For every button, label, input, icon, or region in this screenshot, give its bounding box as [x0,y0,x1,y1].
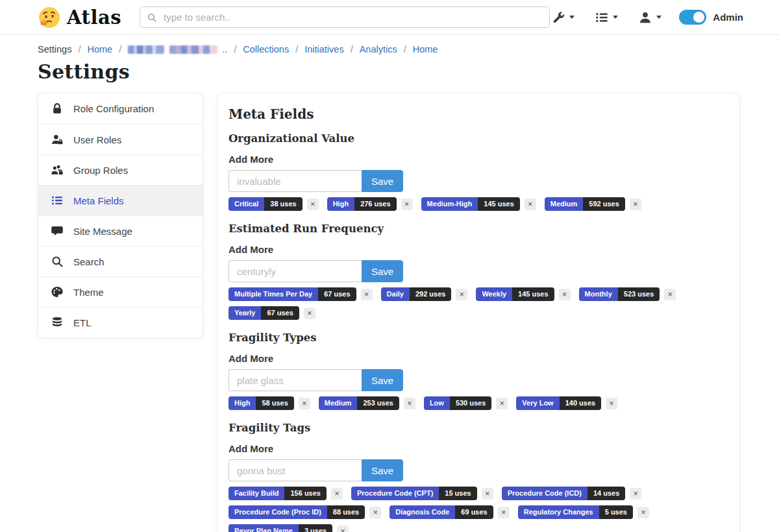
sidebar-item-search[interactable]: Search [38,246,203,276]
search-icon [51,255,64,268]
add-tag-input-organizational-value[interactable] [229,170,362,192]
brand[interactable]: Atlas [38,6,121,29]
tag-uses-count: 292 uses [410,287,451,301]
add-tag-input-group: Save [229,260,729,282]
breadcrumb-item-analytics[interactable]: Analytics [360,44,397,54]
caret-down-icon [569,16,575,19]
palette-icon [51,285,64,298]
sidebar-item-role-configuration[interactable]: Role Configuration [38,93,203,124]
tag-uses-count: 592 uses [583,197,624,211]
tag-pill: Procedure Code (ICD)14 uses [502,487,626,500]
list-dropdown[interactable] [595,10,618,25]
speech-bubble-icon [51,224,64,237]
tools-dropdown[interactable] [552,10,575,24]
remove-tag-button[interactable]: × [307,199,319,210]
page-title: Settings [38,60,740,83]
tag-procedure-code-cpt: Procedure Code (CPT)15 uses× [351,487,493,500]
tag-uses-count: 15 uses [439,487,476,500]
section-title: Estimated Run Frequency [229,223,729,236]
sidebar-item-site-message[interactable]: Site Message [38,215,203,246]
remove-tag-button[interactable]: × [482,488,493,500]
remove-tag-button[interactable]: × [630,488,641,500]
remove-tag-button[interactable]: × [496,398,508,409]
save-button[interactable]: Save [362,260,403,282]
sidebar-item-meta-fields[interactable]: Meta Fields [38,185,203,215]
save-button[interactable]: Save [362,459,403,481]
remove-tag-button[interactable]: × [456,289,467,300]
tag-label: Low [424,396,450,410]
sidebar-item-etl[interactable]: ETL [38,307,203,337]
add-tag-input-group: Save [229,170,729,192]
sidebar-item-label: Meta Fields [73,195,124,206]
remove-tag-button[interactable]: × [664,289,676,300]
breadcrumb-item-settings: Settings [38,44,71,54]
tag-uses-count: 67 uses [261,306,299,320]
breadcrumb-item-home[interactable]: Home [413,44,438,54]
remove-tag-button[interactable]: × [361,289,373,300]
user-dropdown[interactable] [638,10,662,25]
remove-tag-button[interactable]: × [559,289,571,300]
breadcrumb-item-collections[interactable]: Collections [243,44,289,54]
tag-pill: Regulatory Changes5 uses [518,505,633,519]
remove-tag-button[interactable]: × [337,526,349,532]
add-more-label: Add More [229,244,729,256]
admin-toggle[interactable] [679,10,706,25]
tag-label: Weekly [476,287,512,301]
remove-tag-button[interactable]: × [525,199,536,210]
sidebar-item-user-roles[interactable]: User Roles [38,124,203,154]
add-tag-input-group: Save [229,369,729,391]
section-organizational-value: Organizational ValueAdd MoreSaveCritical… [229,132,729,211]
tag-procedure-code-icd: Procedure Code (ICD)14 uses× [502,487,642,500]
remove-tag-button[interactable]: × [498,507,510,518]
caret-down-icon [613,16,618,19]
tag-pill: Medium592 uses [545,197,625,211]
tag-pill: Low530 uses [424,396,491,410]
add-tag-input-fragility-types[interactable] [229,369,362,391]
section-title: Fragility Types [229,332,729,345]
tag-label: Procedure Code (CPT) [351,487,439,500]
redacted-blur [128,45,164,54]
remove-tag-button[interactable]: × [299,398,310,409]
sidebar: Role ConfigurationUser RolesGroup RolesM… [38,93,203,338]
breadcrumb-item-home[interactable]: Home [87,44,112,54]
breadcrumb: Settings/Home/../Collections/Initiatives… [38,44,740,54]
save-button[interactable]: Save [362,369,403,391]
tag-uses-count: 88 uses [327,505,365,519]
tag-label: Procedure Code (ICD) [502,487,587,500]
remove-tag-button[interactable]: × [630,199,641,210]
sidebar-item-theme[interactable]: Theme [38,276,203,307]
sidebar-item-label: ETL [73,317,92,328]
database-icon [51,316,64,329]
breadcrumb-separator: / [234,44,236,54]
tag-pill: Procedure Code (CPT)15 uses [351,487,477,500]
search-input[interactable] [140,6,550,28]
redacted-blur [169,45,217,54]
remove-tag-button[interactable]: × [331,488,343,500]
breadcrumb-separator: / [351,44,353,54]
remove-tag-button[interactable]: × [404,398,415,409]
remove-tag-button[interactable]: × [369,507,381,518]
remove-tag-button[interactable]: × [401,199,413,210]
breadcrumb-item-initiatives[interactable]: Initiatives [304,44,343,54]
tag-daily: Daily292 uses× [381,287,468,301]
tag-pill: Monthly523 uses [579,287,660,301]
tag-pill: Medium253 uses [319,396,399,410]
remove-tag-button[interactable]: × [304,308,315,319]
list-icon [595,10,609,25]
add-more-label: Add More [229,154,729,165]
admin-label: Admin [713,12,743,23]
remove-tag-button[interactable]: × [637,507,649,518]
breadcrumb-item-redacted[interactable]: .. [128,44,227,54]
tag-monthly: Monthly523 uses× [579,287,676,301]
tag-label: Diagnosis Code [390,505,455,519]
sidebar-item-group-roles[interactable]: Group Roles [38,154,203,185]
remove-tag-button[interactable]: × [606,398,617,409]
add-tag-input-fragility-tags[interactable] [229,459,362,481]
save-button[interactable]: Save [362,170,403,192]
tag-label: Medium [319,396,358,410]
add-tag-input-estimated-run-frequency[interactable] [229,260,362,282]
tag-label: Payor Plan Name [229,524,299,532]
user-lock-icon [51,133,64,146]
tag-uses-count: 67 uses [318,287,356,301]
tag-pill: High276 uses [327,197,397,211]
